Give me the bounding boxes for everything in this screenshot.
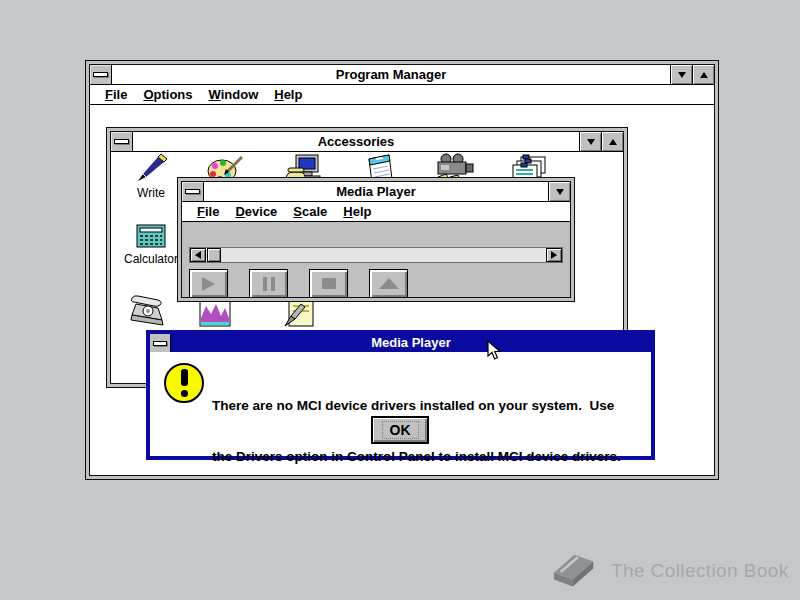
media-player-dialog: Media Player There are no MCI device dri… bbox=[146, 330, 655, 460]
minimize-button[interactable] bbox=[670, 65, 692, 84]
scrollbar-track[interactable] bbox=[221, 248, 546, 262]
watermark: The Collection Book bbox=[543, 547, 789, 595]
window-title: Media Player bbox=[204, 182, 548, 201]
message-line-2: the Drivers option in Control Panel to i… bbox=[212, 448, 621, 465]
exclamation-dot bbox=[181, 390, 188, 397]
program-manager-titlebar: Program Manager bbox=[90, 65, 714, 85]
scroll-right-button[interactable] bbox=[546, 248, 562, 262]
eject-icon bbox=[379, 278, 399, 289]
menu-item-file[interactable]: File bbox=[97, 87, 135, 102]
eject-button[interactable] bbox=[369, 269, 408, 298]
exclamation-bar bbox=[181, 369, 188, 386]
calculator-icon bbox=[135, 223, 167, 251]
control-menu-button[interactable] bbox=[182, 182, 204, 201]
arrow-right-icon bbox=[551, 251, 557, 259]
control-menu-icon bbox=[185, 189, 200, 194]
minimize-button[interactable] bbox=[579, 132, 601, 151]
program-icon-recorder[interactable] bbox=[268, 298, 332, 330]
minimize-icon bbox=[556, 189, 564, 195]
dialog-title: Media Player bbox=[171, 334, 651, 352]
write-icon bbox=[134, 153, 168, 185]
menu-item-device[interactable]: Device bbox=[227, 204, 285, 219]
accessories-titlebar: Accessories bbox=[111, 132, 623, 152]
pen-document-icon bbox=[283, 298, 317, 330]
media-player-titlebar: Media Player bbox=[182, 182, 570, 202]
scroll-left-button[interactable] bbox=[190, 248, 206, 262]
ok-button-label: OK bbox=[382, 421, 419, 439]
menu-item-help[interactable]: Help bbox=[335, 204, 379, 219]
play-icon bbox=[202, 277, 215, 291]
ok-button[interactable]: OK bbox=[371, 416, 429, 444]
maximize-icon bbox=[609, 139, 617, 145]
desktop: Program Manager File Options Window Help… bbox=[0, 0, 800, 600]
dialog-titlebar: Media Player bbox=[150, 334, 651, 352]
media-player-client bbox=[182, 222, 570, 297]
pause-button[interactable] bbox=[249, 269, 288, 298]
watermark-text: The Collection Book bbox=[611, 560, 789, 582]
control-menu-button[interactable] bbox=[90, 65, 112, 84]
menu-item-window[interactable]: Window bbox=[201, 87, 267, 102]
play-button[interactable] bbox=[189, 269, 228, 298]
phone-icon bbox=[128, 292, 168, 328]
mouse-cursor bbox=[487, 340, 501, 361]
control-menu-button[interactable] bbox=[111, 132, 133, 151]
arrow-left-icon bbox=[195, 251, 201, 259]
menu-item-help[interactable]: Help bbox=[266, 87, 310, 102]
transport-controls bbox=[189, 269, 408, 298]
book-icon bbox=[543, 547, 599, 595]
menu-item-file[interactable]: File bbox=[189, 204, 227, 219]
window-title: Accessories bbox=[133, 132, 579, 151]
icon-label: Calculator bbox=[119, 252, 183, 266]
seek-scrollbar[interactable] bbox=[189, 247, 563, 263]
menu-item-scale[interactable]: Scale bbox=[285, 204, 335, 219]
maximize-button[interactable] bbox=[692, 65, 714, 84]
scrollbar-thumb[interactable] bbox=[207, 248, 221, 262]
program-icon-write[interactable]: Write bbox=[119, 153, 183, 200]
maximize-button[interactable] bbox=[601, 132, 623, 151]
warning-icon bbox=[164, 363, 204, 403]
minimize-icon bbox=[678, 72, 686, 78]
window-title: Program Manager bbox=[112, 65, 670, 84]
program-icon-phone[interactable] bbox=[116, 292, 180, 328]
media-player-menubar: File Device Scale Help bbox=[182, 202, 570, 222]
minimize-button[interactable] bbox=[548, 182, 570, 201]
program-manager-menubar: File Options Window Help bbox=[90, 85, 714, 105]
pause-icon bbox=[263, 277, 275, 291]
stop-button[interactable] bbox=[309, 269, 348, 298]
menu-item-options[interactable]: Options bbox=[135, 87, 200, 102]
control-menu-button[interactable] bbox=[150, 334, 171, 352]
waveform-icon bbox=[198, 298, 232, 330]
media-player-window: Media Player File Device Scale Help bbox=[177, 177, 575, 302]
control-menu-icon bbox=[153, 341, 167, 346]
icon-label: Write bbox=[119, 186, 183, 200]
dialog-body: There are no MCI device drivers installe… bbox=[150, 352, 651, 456]
control-menu-icon bbox=[93, 72, 108, 77]
control-menu-icon bbox=[114, 139, 129, 144]
message-line-1: There are no MCI device drivers installe… bbox=[212, 397, 621, 414]
maximize-icon bbox=[700, 72, 708, 78]
program-icon-calculator[interactable]: Calculator bbox=[119, 223, 183, 266]
minimize-icon bbox=[587, 139, 595, 145]
program-icon-waveform[interactable] bbox=[183, 298, 247, 330]
stop-icon bbox=[322, 278, 336, 289]
